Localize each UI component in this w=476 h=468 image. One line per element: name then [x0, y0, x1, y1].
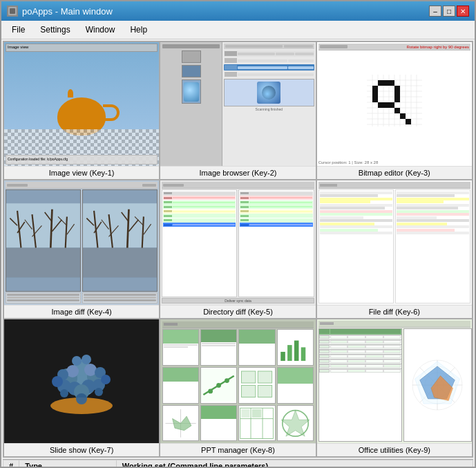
col-header-num: #	[3, 460, 19, 467]
preview-file-diff	[317, 180, 472, 304]
svg-rect-92	[301, 347, 305, 361]
minimize-button[interactable]: –	[429, 6, 441, 17]
svg-rect-32	[389, 102, 394, 108]
svg-rect-27	[394, 91, 400, 97]
svg-rect-31	[383, 102, 389, 108]
menu-file[interactable]: File	[4, 22, 32, 37]
grid-cell-office-utilities[interactable]: Office utilities (Key-9)	[316, 319, 473, 457]
svg-point-81	[52, 376, 63, 387]
menu-help[interactable]: Help	[122, 22, 155, 37]
preview-image-browser: Scanning finished	[160, 42, 315, 166]
status-table: # Type Working set (Command line paramet…	[3, 460, 473, 467]
grid-cell-image-diff[interactable]: Image diff (Key-4)	[3, 180, 160, 318]
svg-rect-111	[242, 409, 250, 417]
status-area: # Type Working set (Command line paramet…	[3, 459, 473, 467]
preview-slide-show	[4, 319, 159, 443]
main-window: poApps - Main window – □ ✕ File Settings…	[0, 0, 476, 468]
browser-sidebar	[160, 42, 222, 166]
svg-rect-102	[258, 385, 272, 397]
grid-cell-ppt-manager[interactable]: PPT manager (Key-8)	[160, 319, 316, 457]
image-view-preview: Image view Configuration loaded file: /c…	[4, 42, 159, 166]
svg-point-82	[101, 375, 111, 384]
col-header-type: Type	[19, 460, 117, 467]
col-header-workingset: Working set (Command line parameters)	[116, 460, 473, 467]
cell-label-directory-diff: Directory diff (Key-5)	[160, 305, 315, 318]
svg-rect-89	[280, 352, 285, 361]
svg-point-87	[76, 393, 87, 404]
grid-cell-bitmap-editor[interactable]: Rotate bitmap right by 90 degrees	[316, 41, 473, 180]
close-button[interactable]: ✕	[457, 6, 469, 17]
app-icon	[7, 6, 18, 17]
cell-label-bitmap-editor: Bitmap editor (Key-3)	[317, 166, 472, 179]
grid-cell-file-diff[interactable]: File diff (Key-6)	[316, 180, 473, 318]
cell-label-image-browser: Image browser (Key-2)	[160, 166, 315, 179]
cell-label-image-view: Image view (Key-1)	[4, 166, 159, 179]
svg-rect-26	[372, 91, 378, 97]
svg-rect-100	[258, 371, 272, 383]
cell-label-ppt-manager: PPT manager (Key-8)	[160, 443, 315, 456]
grid-cell-image-browser[interactable]: Scanning finished Image browser (Key-2)	[160, 41, 316, 180]
svg-point-86	[95, 388, 103, 396]
grid-cell-slide-show[interactable]: Slide show (Key-7)	[3, 319, 160, 457]
menu-settings[interactable]: Settings	[32, 22, 77, 37]
svg-rect-30	[378, 102, 383, 108]
svg-point-84	[82, 355, 91, 364]
window-title: poApps - Main window	[22, 6, 113, 17]
title-bar-left: poApps - Main window	[7, 6, 113, 17]
svg-point-85	[60, 389, 68, 397]
preview-directory-diff: Deliver sync data	[160, 180, 315, 304]
cell-label-file-diff: File diff (Key-6)	[317, 305, 472, 318]
svg-rect-37	[6, 204, 80, 248]
grid-cell-image-view[interactable]: Image view Configuration loaded file: /c…	[3, 41, 160, 180]
svg-rect-99	[242, 371, 256, 383]
svg-rect-28	[372, 97, 378, 102]
svg-rect-23	[389, 80, 394, 86]
preview-image-view: Image view Configuration loaded file: /c…	[4, 42, 159, 166]
preview-ppt-manager	[160, 319, 315, 443]
svg-point-78	[84, 364, 97, 376]
preview-bitmap-editor: Rotate bitmap right by 90 degrees	[317, 42, 472, 166]
app-grid: Image view Configuration loaded file: /c…	[3, 41, 473, 458]
svg-point-83	[72, 356, 82, 366]
svg-rect-33	[394, 108, 400, 113]
svg-rect-91	[294, 340, 298, 360]
preview-office-utilities	[317, 319, 472, 443]
svg-rect-90	[287, 345, 292, 361]
svg-rect-34	[400, 113, 406, 119]
main-content: Image view Configuration loaded file: /c…	[1, 39, 475, 467]
svg-rect-29	[394, 97, 400, 102]
svg-rect-24	[372, 86, 378, 91]
menu-bar: File Settings Window Help	[1, 21, 475, 39]
svg-rect-38	[6, 248, 80, 278]
svg-rect-53	[83, 248, 157, 278]
svg-rect-21	[378, 80, 383, 86]
title-bar: poApps - Main window – □ ✕	[1, 1, 475, 21]
svg-rect-112	[252, 409, 262, 417]
title-bar-controls: – □ ✕	[429, 6, 469, 17]
menu-window[interactable]: Window	[78, 22, 123, 37]
cell-label-office-utilities: Office utilities (Key-9)	[317, 443, 472, 456]
bitmap-editor-preview: Rotate bitmap right by 90 degrees	[317, 42, 472, 166]
image-browser-preview: Scanning finished	[160, 42, 315, 166]
svg-point-95	[209, 389, 213, 393]
svg-point-96	[217, 383, 222, 388]
svg-rect-35	[406, 119, 411, 124]
svg-point-97	[225, 378, 229, 383]
svg-rect-101	[242, 385, 256, 397]
cell-label-image-diff: Image diff (Key-4)	[4, 305, 159, 318]
cell-label-slide-show: Slide show (Key-7)	[4, 443, 159, 456]
grid-cell-directory-diff[interactable]: Deliver sync data Directory diff (Key-5)	[160, 180, 316, 318]
preview-image-diff	[4, 180, 159, 304]
browser-main: Scanning finished	[222, 42, 316, 166]
maximize-button[interactable]: □	[443, 6, 455, 17]
svg-rect-25	[394, 86, 400, 91]
slide-show-preview	[4, 319, 159, 443]
svg-rect-1	[10, 8, 15, 14]
svg-rect-22	[383, 80, 389, 86]
